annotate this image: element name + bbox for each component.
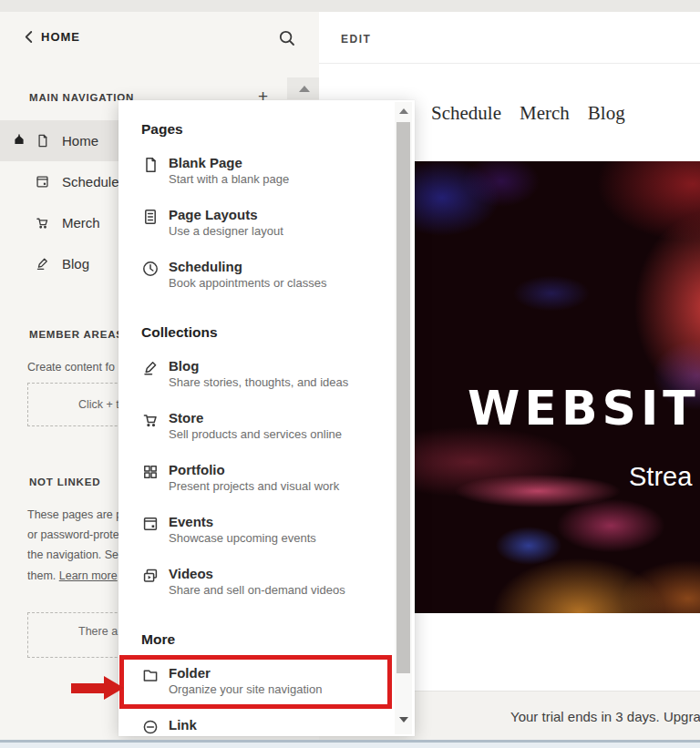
sidebar-item-label: Blog xyxy=(62,256,89,272)
triangle-up-icon xyxy=(399,108,408,114)
sidebar-item-label: Schedule xyxy=(62,174,119,190)
site-nav-schedule[interactable]: Schedule xyxy=(431,102,501,125)
back-to-home-button[interactable]: HOME xyxy=(24,30,80,44)
scrollbar-up-button[interactable] xyxy=(395,102,412,120)
sidebar-item-label: Merch xyxy=(62,215,100,231)
sidebar-item-label: Home xyxy=(62,133,98,149)
pen-icon xyxy=(35,256,50,272)
learn-more-link[interactable]: Learn more xyxy=(59,569,118,582)
trial-banner-text[interactable]: Your trial ends in 3 days. Upgrad xyxy=(510,709,700,724)
window-bottom-fill xyxy=(0,743,700,748)
site-nav-blog[interactable]: Blog xyxy=(588,102,625,125)
menu-item-blog[interactable]: Blog Share stories, thoughts, and ideas xyxy=(141,358,373,389)
menu-item-events[interactable]: Events Showcase upcoming events xyxy=(141,514,373,545)
dropdown-section-more: More xyxy=(141,631,373,648)
site-nav-merch[interactable]: Merch xyxy=(520,102,570,125)
edit-button[interactable]: EDIT xyxy=(341,33,371,46)
placeholder-text: There a xyxy=(78,625,118,638)
menu-item-portfolio[interactable]: Portfolio Present projects and visual wo… xyxy=(141,462,373,493)
dropdown-scrollbar[interactable] xyxy=(395,102,412,734)
back-button-label: HOME xyxy=(41,30,80,44)
member-areas-description: Create content fo xyxy=(27,361,115,374)
dropdown-section-pages: Pages xyxy=(141,121,373,138)
page-layouts-icon xyxy=(141,208,160,226)
placeholder-text: Click + t xyxy=(78,398,119,411)
dropdown-section-collections: Collections xyxy=(141,324,373,341)
preview-edit-bar: EDIT xyxy=(319,12,700,64)
menu-item-scheduling[interactable]: Scheduling Book appointments or classes xyxy=(141,259,373,290)
pen-icon xyxy=(141,359,160,377)
grid-icon xyxy=(141,463,160,481)
scrollbar-thumb[interactable] xyxy=(396,122,410,673)
sidebar-scroll-up-button[interactable] xyxy=(287,77,321,99)
cart-icon xyxy=(35,215,50,231)
triangle-down-icon xyxy=(399,717,408,722)
triangle-up-icon xyxy=(299,86,310,92)
clock-icon xyxy=(141,260,160,278)
hero-banner-image: WEBSIT Strea xyxy=(415,161,700,613)
not-linked-label: NOT LINKED xyxy=(29,476,100,487)
page-icon xyxy=(35,133,50,149)
video-icon xyxy=(141,567,160,585)
member-areas-label: MEMBER AREAS xyxy=(29,329,124,340)
chevron-left-icon xyxy=(24,30,34,44)
blank-page-icon xyxy=(141,156,160,174)
home-icon xyxy=(13,133,26,146)
scrollbar-down-button[interactable] xyxy=(395,711,412,729)
red-arrow-head-icon xyxy=(104,676,124,700)
menu-item-blank-page[interactable]: Blank Page Start with a blank page xyxy=(141,155,373,186)
window-top-strip xyxy=(0,0,700,12)
calendar-icon xyxy=(141,515,160,533)
menu-item-link[interactable]: Link xyxy=(141,717,373,736)
menu-item-page-layouts[interactable]: Page Layouts Use a designer layout xyxy=(141,207,373,238)
hero-headline: WEBSIT xyxy=(468,381,700,435)
cart-icon xyxy=(141,411,160,429)
link-icon xyxy=(141,718,160,736)
folder-highlight-box xyxy=(119,655,392,709)
menu-item-videos[interactable]: Videos Share and sell on-demand videos xyxy=(141,566,373,597)
search-icon xyxy=(278,29,296,47)
not-linked-description: These pages are p or password-prote the … xyxy=(27,505,122,586)
hero-subheadline: Strea xyxy=(629,462,692,492)
red-arrow xyxy=(71,683,108,693)
site-navigation: Schedule Merch Blog xyxy=(431,102,625,125)
search-button[interactable] xyxy=(278,29,296,47)
add-page-dropdown: Pages Blank Page Start with a blank page… xyxy=(118,100,415,736)
menu-item-store[interactable]: Store Sell products and services online xyxy=(141,410,373,441)
calendar-icon xyxy=(35,174,50,190)
